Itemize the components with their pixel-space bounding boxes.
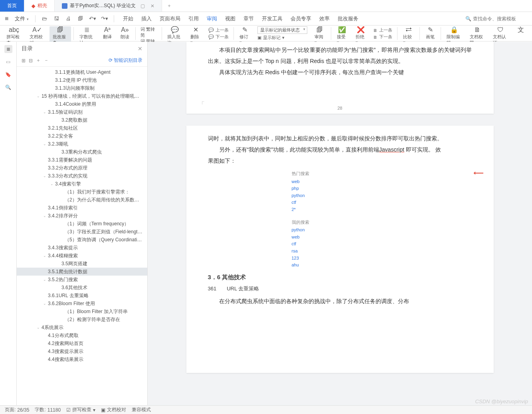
outline-item[interactable]: ⌄3.4.2排序评分 bbox=[17, 212, 147, 220]
menu-tab-7[interactable]: 开发工具 bbox=[258, 16, 287, 22]
prev-revision-button[interactable]: 🗎 上一条 bbox=[373, 27, 392, 33]
outline-item[interactable]: 3.1.1更换随机 User-Agent bbox=[17, 68, 147, 76]
outline-item[interactable]: ⌄3.6.2Bloom Filter 使用 bbox=[17, 300, 147, 308]
outline-item[interactable]: （1）词频（Term frequency） bbox=[17, 220, 147, 228]
next-revision-button[interactable]: 🗎 下一条 bbox=[373, 34, 392, 40]
menu-tab-8[interactable]: 会员专享 bbox=[287, 16, 315, 22]
outline-item[interactable]: 3.6其他技术 bbox=[17, 284, 147, 292]
shapes-panel-icon[interactable]: ▭ bbox=[4, 58, 12, 66]
more-button[interactable]: 文 bbox=[513, 26, 529, 34]
outline-item[interactable]: ⌄3.2.3嘶吼 bbox=[17, 140, 147, 148]
menu-tab-4[interactable]: 审阅 bbox=[203, 16, 221, 22]
outline-item[interactable]: 3.5.1爬虫统计数据 bbox=[17, 268, 147, 276]
print-preview-icon[interactable]: 🗐 bbox=[76, 14, 85, 23]
redo-icon[interactable]: ↷▾ bbox=[100, 14, 109, 23]
command-search-input[interactable] bbox=[473, 16, 529, 22]
outline-item[interactable]: 4.4搜索结果展示 bbox=[17, 355, 147, 363]
outline-item[interactable]: （2）检测字符串是否存在 bbox=[17, 315, 147, 323]
app-tab-bar: 首页 ◆稻壳 基于Python实…SQL) 毕业论文 ▢ ✕ ＋ bbox=[0, 0, 532, 12]
outline-icon[interactable]: ≣ bbox=[4, 45, 12, 53]
spell-check-status[interactable]: ☑ 拼写检查 ▾ bbox=[66, 406, 95, 413]
save-icon[interactable]: 🖫 bbox=[52, 14, 61, 23]
outline-item[interactable]: 3.6.1URL 去重策略 bbox=[17, 292, 147, 300]
outline-item[interactable]: （2）为什么不能用传统的关系数据库完成搜 … bbox=[17, 196, 147, 204]
outline-item[interactable]: 3.2.2安全客 bbox=[17, 132, 147, 140]
restore-window-icon[interactable]: ▢ bbox=[140, 3, 145, 9]
read-aloud-button[interactable]: A»朗读 bbox=[117, 26, 133, 40]
home-tab[interactable]: 首页 bbox=[0, 0, 24, 12]
outline-item-label: 3.2.3嘶吼 bbox=[48, 141, 68, 148]
embedded-figure-my: 我的搜索 pythonwebctfrsa123ahu bbox=[292, 219, 472, 269]
print-icon[interactable]: 🖨 bbox=[64, 14, 73, 23]
docshell-icon: ◆ bbox=[32, 3, 35, 9]
outline-item[interactable]: ⌄3.1.5验证码识别 bbox=[17, 108, 147, 116]
outline-item[interactable]: （5）查询协调（Query Coordination） bbox=[17, 236, 147, 244]
outline-item[interactable]: 3.2.1先知社区 bbox=[17, 124, 147, 132]
chevron-down-icon: ⌄ bbox=[43, 110, 48, 114]
collapse-all-icon[interactable]: ⊟ bbox=[29, 58, 33, 63]
outline-item[interactable]: 4.2搜索网站首页 bbox=[17, 339, 147, 347]
my-search-item: ctf bbox=[292, 241, 472, 248]
menu-tab-2[interactable]: 页面布局 bbox=[156, 16, 184, 22]
show-markup-button[interactable]: ▣ 显示标记 ▾ bbox=[257, 35, 307, 41]
outline-item[interactable]: ⌄3.5.2热门搜索 bbox=[17, 276, 147, 284]
outline-item[interactable]: ⌄3.3.3分布式的实现 bbox=[17, 172, 147, 180]
undo-icon[interactable]: ↶▾ bbox=[88, 14, 97, 23]
pen-button[interactable]: ✎画笔 bbox=[422, 26, 438, 40]
markup-display-select[interactable]: 显示标记的最终状态 bbox=[257, 26, 307, 34]
close-panel-icon[interactable]: ✕ bbox=[138, 45, 142, 52]
prev-comment-button[interactable]: 💬 上一条 bbox=[208, 27, 229, 33]
outline-item[interactable]: 3.2爬取数据 bbox=[17, 116, 147, 124]
outline-item[interactable]: 3.5网页搭建 bbox=[17, 260, 147, 268]
next-comment-button[interactable]: 💬 下一条 bbox=[208, 34, 229, 40]
proofread-status[interactable]: ▣ 文档校对 bbox=[101, 406, 126, 413]
outline-item[interactable]: ⌄15 秒再继续，经测试，可以有效的处理嘶吼的该反爬… bbox=[17, 92, 147, 100]
menu-tab-6[interactable]: 章节 bbox=[239, 16, 258, 22]
menu-tab-3[interactable]: 引用 bbox=[184, 16, 203, 22]
word-count[interactable]: 字数: 11180 bbox=[35, 406, 61, 413]
open-icon[interactable]: 🗁 bbox=[40, 14, 49, 23]
smart-outline-button[interactable]: ⟳ 智能识别目录 bbox=[109, 57, 142, 64]
bookmark-icon[interactable]: 🔖 bbox=[4, 71, 12, 79]
outline-item-label: 3.4.4模糊搜索 bbox=[48, 252, 78, 259]
menu-tab-1[interactable]: 插入 bbox=[137, 16, 156, 22]
outline-item[interactable]: （1）Bloom Filter 加入字符串 bbox=[17, 308, 147, 315]
outline-item[interactable]: 4.1分布式爬取 bbox=[17, 331, 147, 339]
page-indicator[interactable]: 页面: 26/35 bbox=[5, 406, 29, 413]
outline-item[interactable]: 3.4.3搜索提示 bbox=[17, 244, 147, 252]
menu-tab-9[interactable]: 效率 bbox=[315, 16, 334, 22]
outline-item[interactable]: 4.3搜索提示展示 bbox=[17, 347, 147, 355]
outline-item[interactable]: （1）我们对于搜索引擎需求： bbox=[17, 188, 147, 196]
expand-all-icon[interactable]: ⊞ bbox=[22, 58, 26, 63]
hamburger-icon[interactable]: ≡ bbox=[3, 15, 10, 22]
outline-item[interactable]: （3）字段长度正则值（Field-length norm） bbox=[17, 228, 147, 236]
command-search[interactable]: 🔍 bbox=[465, 16, 529, 22]
outline-item[interactable]: 3.4.1倒排索引 bbox=[17, 204, 147, 212]
outline-item[interactable]: ⌄4系统展示 bbox=[17, 323, 147, 331]
document-tab[interactable]: 基于Python实…SQL) 毕业论文 ▢ ✕ bbox=[55, 0, 162, 12]
outline-item-label: 4.4搜索结果展示 bbox=[48, 356, 83, 363]
outline-item[interactable]: 3.1.2使用 IP 代理池 bbox=[17, 76, 147, 84]
body-paragraph: 具体实现方法为在 Redis 中创建一个可排序列表，每次当用户查询一个关键 bbox=[208, 67, 472, 78]
outline-item[interactable]: ⌄3.4.4模糊搜索 bbox=[17, 252, 147, 260]
menu-tab-5[interactable]: 视图 bbox=[221, 16, 239, 22]
outline-item[interactable]: 3.1.3访问频率限制 bbox=[17, 84, 147, 92]
plus-icon[interactable]: ＋ bbox=[36, 57, 41, 64]
outline-item[interactable]: 3.3.1需要解决的问题 bbox=[17, 156, 147, 164]
outline-item[interactable]: 3.1.4Cookie 的禁用 bbox=[17, 100, 147, 108]
my-search-item: rsa bbox=[292, 248, 472, 255]
document-area[interactable]: 本项目的文章搜索网站中另一个比较重要的功能即为“热门搜索”，即将用户搜索次数最多… bbox=[148, 42, 532, 405]
outline-item[interactable]: 3.3重构分布式爬虫 bbox=[17, 148, 147, 156]
outline-item[interactable]: ⌄3.4搜索引擎 bbox=[17, 180, 147, 188]
find-icon[interactable]: 🔍 bbox=[4, 83, 12, 91]
translate-button[interactable]: Aᵃ翻译 bbox=[99, 26, 115, 40]
menu-tab-10[interactable]: 批改服务 bbox=[334, 16, 362, 22]
menu-tab-0[interactable]: 开始 bbox=[119, 16, 137, 22]
trad-to-simp-button[interactable]: 词 繁转简 bbox=[140, 26, 157, 38]
new-tab-button[interactable]: ＋ bbox=[162, 0, 176, 12]
docshell-tab[interactable]: ◆稻壳 bbox=[24, 0, 55, 12]
outline-item[interactable]: 3.3.2分布式的原理 bbox=[17, 164, 147, 172]
minus-icon[interactable]: － bbox=[44, 57, 49, 64]
close-tab-icon[interactable]: ✕ bbox=[150, 3, 154, 9]
file-menu[interactable]: 文件 ▾ bbox=[13, 15, 30, 22]
